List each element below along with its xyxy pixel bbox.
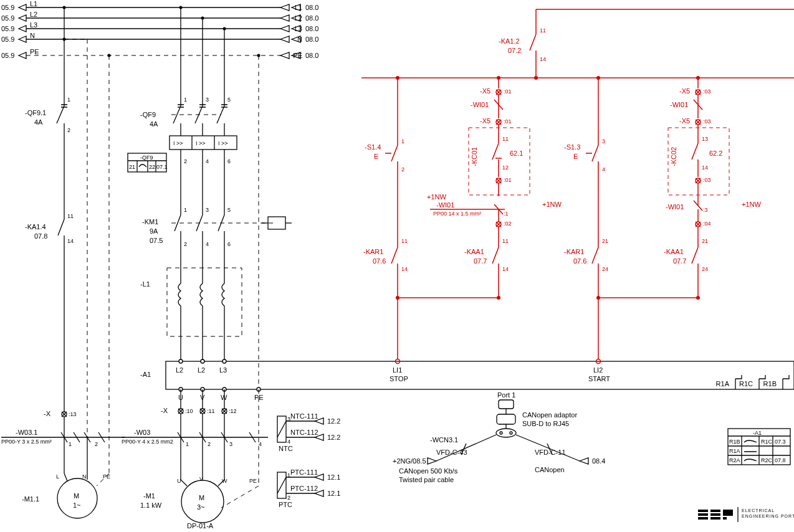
- svg-text:V: V: [199, 476, 203, 482]
- svg-text:07.6: 07.6: [373, 257, 386, 265]
- svg-text:12.1: 12.1: [327, 490, 340, 497]
- svg-text:ENGINEERING PORTAL: ENGINEERING PORTAL: [742, 514, 794, 518]
- svg-text::12: :12: [229, 408, 237, 414]
- svg-text:E: E: [374, 153, 378, 160]
- svg-text::11: :11: [207, 408, 215, 414]
- svg-text:SUB-D to RJ45: SUB-D to RJ45: [522, 420, 569, 427]
- svg-text:N: N: [82, 473, 87, 480]
- svg-text:4: 4: [206, 241, 209, 247]
- leg-s14: 1 -S1.4 E 2 11 14 -KAR1 07.6: [363, 78, 408, 359]
- svg-text:-KAR1: -KAR1: [564, 248, 584, 255]
- svg-text:L3: L3: [30, 21, 37, 29]
- svg-text:L2: L2: [176, 366, 183, 374]
- svg-text:-X: -X: [44, 410, 51, 417]
- svg-text:21: 21: [129, 164, 135, 170]
- qf9-breaker: 135 -QF9 4A I >> I >> I >> 246 -QF9 21 2…: [128, 7, 237, 215]
- svg-text:12.1: 12.1: [327, 473, 340, 481]
- svg-text:-KM1: -KM1: [142, 218, 158, 226]
- svg-text:-X: -X: [161, 407, 168, 414]
- svg-text:2: 2: [287, 495, 290, 501]
- svg-text:3~: 3~: [197, 503, 205, 511]
- svg-text:L2: L2: [30, 11, 37, 18]
- svg-text:VFD-C-43: VFD-C-43: [436, 449, 467, 456]
- svg-point-304: [696, 296, 700, 300]
- svg-text:62.2: 62.2: [709, 150, 722, 157]
- svg-text:4: 4: [259, 441, 262, 447]
- svg-line-178: [181, 480, 187, 486]
- svg-text:14: 14: [540, 56, 546, 62]
- svg-rect-340: [698, 510, 708, 512]
- svg-text:11: 11: [67, 213, 74, 219]
- svg-text:PTC: PTC: [279, 501, 292, 508]
- leg-s13: 3 -S1.3 E 4 21 24 -KAR1 07.6: [564, 78, 608, 359]
- svg-text:08.0: 08.0: [305, 36, 318, 43]
- svg-text:21: 21: [602, 238, 608, 244]
- svg-text:08.4: 08.4: [592, 457, 605, 465]
- svg-text:07.1: 07.1: [156, 164, 168, 170]
- svg-text:VFD-C-11: VFD-C-11: [535, 449, 566, 456]
- svg-text:NTC: NTC: [279, 445, 293, 452]
- svg-text:3: 3: [229, 441, 232, 447]
- svg-text:M: M: [74, 492, 79, 500]
- svg-text:4: 4: [206, 158, 209, 164]
- svg-text:-WI01: -WI01: [436, 201, 454, 209]
- svg-text:+1NW: +1NW: [542, 201, 562, 208]
- svg-rect-342: [698, 517, 708, 520]
- svg-text::01: :01: [504, 177, 512, 183]
- svg-text:PP00-Y 4 x 2.5 mm2: PP00-Y 4 x 2.5 mm2: [122, 439, 173, 445]
- svg-text:1: 1: [69, 441, 72, 447]
- svg-text:L2: L2: [295, 14, 302, 22]
- svg-line-180: [221, 486, 259, 508]
- svg-text::02: :02: [504, 221, 512, 227]
- svg-text:R1A: R1A: [729, 448, 740, 454]
- svg-text:12.2: 12.2: [327, 434, 340, 441]
- svg-text:07.7: 07.7: [474, 257, 487, 265]
- svg-text:11: 11: [502, 238, 509, 244]
- svg-text:4A: 4A: [150, 120, 158, 128]
- ntc-block: 34 NTC NTC-11112.2 NTC-11212.2: [277, 412, 340, 452]
- svg-text:14: 14: [67, 238, 74, 244]
- svg-text:L2: L2: [198, 366, 205, 374]
- svg-text:07.6: 07.6: [573, 257, 586, 265]
- svg-text:-KA1.2: -KA1.2: [499, 37, 520, 45]
- svg-text:-KAA1: -KAA1: [464, 248, 484, 255]
- svg-rect-344: [710, 513, 720, 516]
- svg-text:CANopen adaptor: CANopen adaptor: [522, 411, 577, 419]
- eep-logo: ELECTRICAL ENGINEERING PORTAL: [698, 507, 794, 522]
- svg-text:05.9: 05.9: [1, 4, 14, 11]
- svg-rect-347: [723, 517, 727, 520]
- svg-point-168: [181, 480, 224, 523]
- svg-text:1: 1: [186, 441, 189, 447]
- svg-text:5: 5: [227, 97, 231, 103]
- svg-text:22: 22: [149, 164, 155, 170]
- svg-text:DP-01-A: DP-01-A: [187, 522, 214, 530]
- svg-text:PTC-112: PTC-112: [290, 485, 318, 492]
- svg-text:PP00-Y 3 x 2.5 mm²: PP00-Y 3 x 2.5 mm²: [1, 439, 52, 445]
- svg-text:-KAR1: -KAR1: [363, 248, 383, 255]
- svg-text:2: 2: [401, 166, 404, 173]
- svg-text:R1C: R1C: [739, 380, 753, 387]
- svg-text:-WI01: -WI01: [666, 203, 684, 211]
- svg-text:14: 14: [401, 266, 408, 272]
- svg-text:11: 11: [540, 27, 546, 34]
- svg-rect-307: [497, 414, 515, 424]
- svg-text:PTC-111: PTC-111: [290, 468, 318, 476]
- leg-kc01: -X5:01 -WI01 -X5:01 11 12 -KC01 62.1 :01…: [398, 78, 562, 300]
- svg-text::13: :13: [69, 411, 77, 417]
- svg-text:14: 14: [702, 164, 708, 171]
- svg-point-104: [179, 359, 183, 363]
- svg-text:24: 24: [602, 266, 608, 272]
- svg-text::03: :03: [703, 177, 711, 183]
- svg-text:05.9: 05.9: [1, 36, 14, 43]
- svg-text:07.2: 07.2: [508, 47, 521, 54]
- svg-text:3: 3: [206, 207, 209, 213]
- svg-text:11: 11: [502, 136, 509, 142]
- svg-text:R1B: R1B: [729, 439, 740, 445]
- svg-text:6: 6: [227, 158, 231, 164]
- svg-text:START: START: [588, 375, 610, 382]
- svg-text::03: :03: [703, 118, 711, 125]
- svg-text:2: 2: [184, 241, 187, 247]
- svg-text:-W03: -W03: [134, 429, 150, 436]
- svg-text::10: :10: [185, 408, 193, 414]
- m1-branch: -X :10 :11 :12 -W03 PP00-Y 4 x 2.5 mm2 1…: [122, 389, 268, 530]
